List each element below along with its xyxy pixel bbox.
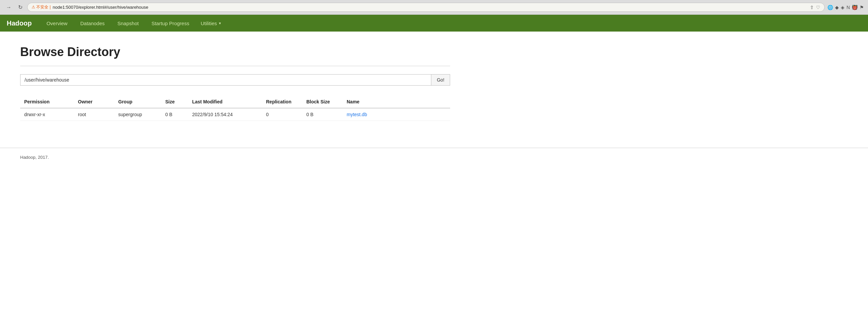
reload-button[interactable]: ↻ bbox=[16, 3, 25, 11]
nav-link-datanodes[interactable]: Datanodes bbox=[79, 16, 106, 31]
warning-text: 不安全 bbox=[36, 5, 49, 9]
path-form: Go! bbox=[20, 74, 450, 86]
browser-chrome: → ↻ ⚠ 不安全 | node1:50070/explorer.html#/u… bbox=[0, 0, 868, 15]
table-header: Permission Owner Group Size Last Modifie… bbox=[20, 96, 450, 108]
navbar-brand[interactable]: Hadoop bbox=[7, 20, 32, 27]
divider bbox=[20, 66, 450, 66]
cell-last-modified: 2022/9/10 15:54:24 bbox=[188, 108, 262, 121]
table-row: drwxr-xr-x root supergroup 0 B 2022/9/10… bbox=[20, 108, 450, 121]
security-warning: ⚠ 不安全 | bbox=[32, 4, 51, 10]
cell-replication: 0 bbox=[262, 108, 302, 121]
share-icon[interactable]: ⇧ bbox=[810, 5, 814, 10]
ext3-icon[interactable]: N bbox=[846, 5, 850, 10]
col-header-replication: Replication bbox=[262, 96, 302, 108]
col-header-owner: Owner bbox=[74, 96, 114, 108]
col-header-size: Size bbox=[161, 96, 188, 108]
table-body: drwxr-xr-x root supergroup 0 B 2022/9/10… bbox=[20, 108, 450, 121]
footer-text: Hadoop, 2017. bbox=[20, 155, 49, 160]
col-header-group: Group bbox=[114, 96, 161, 108]
nav-dropdown-utilities-label: Utilities bbox=[200, 21, 217, 26]
address-bar: ⚠ 不安全 | node1:50070/explorer.html#/user/… bbox=[27, 3, 825, 12]
file-link[interactable]: mytest.db bbox=[347, 112, 367, 117]
col-header-permission: Permission bbox=[20, 96, 74, 108]
navbar: Hadoop Overview Datanodes Snapshot Start… bbox=[0, 15, 868, 32]
chevron-down-icon: ▼ bbox=[218, 22, 222, 25]
footer: Hadoop, 2017. bbox=[0, 148, 868, 166]
col-header-last-modified: Last Modified bbox=[188, 96, 262, 108]
bookmark-icon[interactable]: ♡ bbox=[816, 5, 820, 10]
ext2-icon[interactable]: ◈ bbox=[841, 5, 844, 10]
nav-link-overview[interactable]: Overview bbox=[45, 16, 69, 31]
cell-owner: root bbox=[74, 108, 114, 121]
cell-size: 0 B bbox=[161, 108, 188, 121]
main-content: Browse Directory Go! Permission Owner Gr… bbox=[0, 32, 470, 148]
go-button[interactable]: Go! bbox=[431, 74, 450, 86]
col-header-block-size: Block Size bbox=[302, 96, 343, 108]
nav-dropdown-utilities[interactable]: Utilities ▼ bbox=[200, 21, 221, 26]
cell-block-size: 0 B bbox=[302, 108, 343, 121]
cell-group: supergroup bbox=[114, 108, 161, 121]
nav-link-startup-progress[interactable]: Startup Progress bbox=[150, 16, 191, 31]
nav-link-snapshot[interactable]: Snapshot bbox=[116, 16, 140, 31]
ext4-icon[interactable]: 👹 bbox=[852, 5, 858, 10]
ext5-icon[interactable]: ⚑ bbox=[860, 5, 864, 10]
browser-extensions: 🌐 ◆ ◈ N 👹 ⚑ bbox=[827, 5, 864, 10]
col-header-name: Name bbox=[343, 96, 450, 108]
cell-name: mytest.db bbox=[343, 108, 450, 121]
file-table: Permission Owner Group Size Last Modifie… bbox=[20, 96, 450, 121]
path-input[interactable] bbox=[20, 74, 431, 86]
url-text[interactable]: node1:50070/explorer.html#/user/hive/war… bbox=[53, 5, 808, 10]
back-button[interactable]: → bbox=[4, 4, 13, 11]
ext1-icon[interactable]: ◆ bbox=[835, 5, 839, 10]
translate-icon[interactable]: 🌐 bbox=[827, 5, 833, 10]
cell-permission: drwxr-xr-x bbox=[20, 108, 74, 121]
page-title: Browse Directory bbox=[20, 45, 450, 59]
